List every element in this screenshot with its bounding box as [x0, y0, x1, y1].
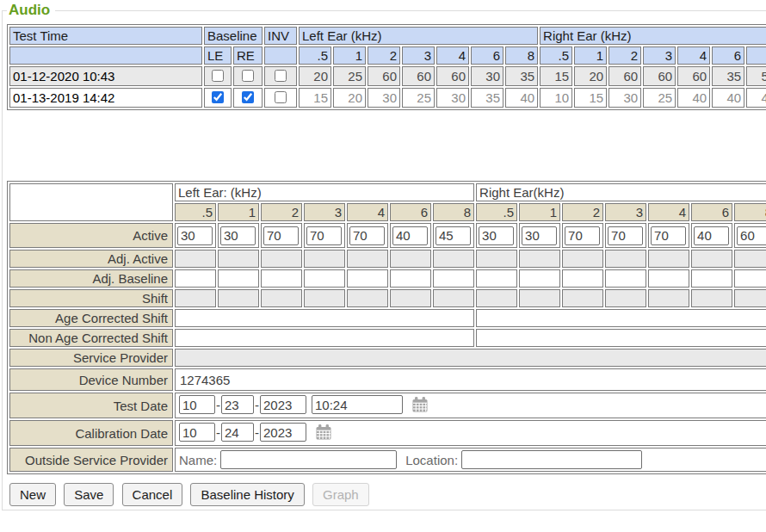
left-ear-value: 60 [368, 66, 400, 86]
calibration-date-year-input[interactable] [260, 423, 306, 442]
shift-cell [261, 289, 302, 307]
shift-cell [304, 289, 345, 307]
active-left-input[interactable] [392, 226, 428, 245]
right-ear-value: 35 [712, 66, 744, 86]
shift-cell [562, 289, 603, 307]
shift-cell [519, 289, 560, 307]
test-history-table: Test Time Baseline INV Left Ear (kHz) Ri… [7, 24, 766, 110]
test-date-month-input[interactable] [179, 395, 215, 414]
active-right-input[interactable] [651, 226, 686, 245]
col-header-left-ear: Left Ear (kHz) [299, 27, 538, 45]
freq-header: 4 [648, 203, 689, 221]
adj-baseline-cell [433, 269, 474, 288]
inv-checkbox[interactable] [275, 70, 287, 82]
baseline-re-checkbox[interactable] [242, 91, 254, 103]
left-ear-value: 60 [402, 66, 435, 86]
right-ear-value: 40 [677, 88, 710, 108]
shift-cell [734, 289, 766, 307]
shift-cell [648, 289, 689, 307]
freq-header: 6 [390, 203, 431, 221]
adj-baseline-cell [175, 269, 216, 288]
adj-active-cell [734, 250, 766, 268]
test-time-input[interactable] [312, 395, 403, 414]
adj-baseline-cell [605, 269, 646, 288]
test-date-calendar-icon[interactable] [411, 396, 429, 416]
right-ear-value: 25 [643, 88, 676, 108]
right-ear-value: 45 [746, 88, 766, 108]
adj-active-cell [691, 250, 732, 268]
baseline-le-checkbox[interactable] [212, 70, 224, 82]
freq-header: 8 [433, 203, 474, 221]
calibration-date-calendar-icon[interactable] [315, 424, 332, 443]
active-left-input[interactable] [349, 226, 385, 245]
active-left-input[interactable] [263, 226, 299, 245]
save-button[interactable]: Save [64, 483, 114, 506]
active-left-input[interactable] [306, 226, 342, 245]
table-row: 01-12-2020 10:43 20 25 60 60 60 30 35 15… [9, 66, 766, 86]
test-date-year-input[interactable] [260, 395, 306, 414]
freq-header: 3 [304, 203, 345, 221]
active-left-input[interactable] [436, 226, 471, 245]
baseline-le-checkbox[interactable] [212, 91, 224, 103]
right-ear-value: 15 [540, 66, 572, 86]
active-right-input[interactable] [737, 226, 766, 245]
shift-cell [218, 289, 259, 307]
col-header-test-time: Test Time [9, 27, 202, 45]
location-label: Location: [405, 453, 458, 467]
outside-provider-name-input[interactable] [220, 450, 397, 469]
active-left-input[interactable] [177, 226, 213, 245]
adj-baseline-cell [691, 269, 732, 288]
audiogram-detail-table: Left Ear: (kHz) Right Ear(kHz) .5 1 2 3 … [7, 181, 766, 474]
age-corrected-shift-left-cell [175, 309, 474, 327]
adj-active-cell [390, 250, 431, 268]
cancel-button[interactable]: Cancel [122, 483, 183, 506]
non-age-corrected-shift-right-cell [476, 329, 766, 347]
left-ear-header: Left Ear: (kHz) [175, 183, 474, 201]
active-right-input[interactable] [608, 226, 643, 245]
right-ear-value: 15 [574, 88, 607, 108]
freq-header: .5 [299, 46, 331, 65]
col-header-le: LE [204, 46, 232, 65]
adj-baseline-cell [648, 269, 689, 288]
freq-header: 4 [436, 46, 469, 65]
baseline-history-button[interactable]: Baseline History [190, 483, 304, 506]
new-button[interactable]: New [9, 483, 56, 506]
adj-baseline-cell [519, 269, 560, 288]
row-label-active: Active [9, 223, 173, 248]
shift-cell [605, 289, 646, 307]
baseline-re-checkbox[interactable] [242, 70, 254, 82]
inv-checkbox[interactable] [275, 91, 287, 103]
left-ear-value: 40 [505, 88, 538, 108]
adj-baseline-cell [218, 269, 259, 288]
row-label-shift: Shift [9, 289, 173, 307]
calibration-date-cell: -- [175, 420, 766, 446]
freq-header: .5 [175, 203, 216, 221]
test-date-day-input[interactable] [221, 395, 254, 414]
adj-active-cell [347, 250, 388, 268]
left-ear-value: 20 [299, 66, 331, 86]
freq-header: 6 [471, 46, 503, 65]
active-left-input[interactable] [220, 226, 256, 245]
audio-fieldset: Audio Test Time Baseline INV Left Ear (k… [2, 2, 766, 510]
adj-active-cell [175, 250, 216, 268]
calibration-date-month-input[interactable] [179, 423, 215, 442]
action-button-bar: New Save Cancel Baseline History Graph [9, 483, 766, 506]
table-row: 01-13-2019 14:42 15 20 30 25 30 35 40 10… [9, 88, 766, 108]
right-ear-value: 60 [643, 66, 676, 86]
active-right-input[interactable] [565, 226, 600, 245]
calibration-date-day-input[interactable] [221, 423, 254, 442]
freq-header: 2 [368, 46, 400, 65]
row-label-adj-active: Adj. Active [9, 250, 173, 268]
freq-header: 3 [605, 203, 646, 221]
freq-header: 8 [505, 46, 538, 65]
active-right-input[interactable] [479, 226, 514, 245]
outside-provider-location-input[interactable] [461, 450, 642, 469]
freq-header: 1 [333, 46, 366, 65]
active-right-input[interactable] [522, 226, 557, 245]
row-label-calibration-date: Calibration Date [9, 420, 173, 446]
shift-cell [175, 289, 216, 307]
adj-baseline-cell [734, 269, 766, 288]
test-date-cell: -- [175, 393, 766, 418]
right-ear-header: Right Ear(kHz) [476, 183, 766, 201]
active-right-input[interactable] [694, 226, 729, 245]
